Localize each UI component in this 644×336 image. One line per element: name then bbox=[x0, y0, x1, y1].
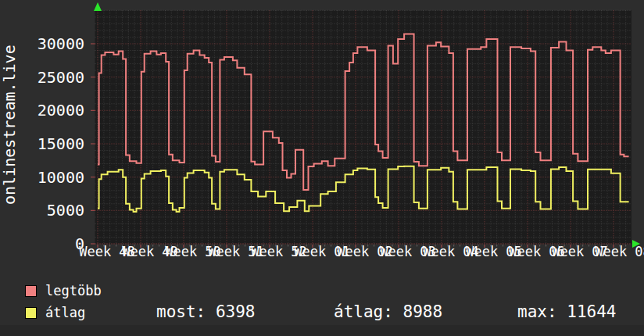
y-tick-label: 30000 bbox=[0, 36, 84, 52]
y-tick-label: 20000 bbox=[0, 102, 84, 118]
y-tick-label: 0 bbox=[0, 236, 84, 252]
y-tick-label: 15000 bbox=[0, 136, 84, 152]
stat-most: most: 6398 bbox=[156, 304, 255, 320]
chart-plot bbox=[0, 0, 644, 270]
legend-swatch-legtobb bbox=[25, 285, 37, 297]
stat-atlag: átlag: 8988 bbox=[334, 304, 442, 320]
stat-max: max: 11644 bbox=[517, 304, 616, 320]
y-axis-arrow-icon bbox=[94, 2, 102, 11]
y-tick-label: 10000 bbox=[0, 170, 84, 185]
y-tick-label: 25000 bbox=[0, 70, 84, 85]
stat-most-value: 6398 bbox=[216, 302, 256, 321]
legend-swatch-atlag bbox=[25, 307, 37, 319]
stat-max-value: 11644 bbox=[567, 302, 616, 321]
legend-label-atlag: átlag bbox=[45, 306, 85, 320]
x-tick-label: Week 08 bbox=[595, 245, 644, 259]
graph-page: onlinestream.live 0500010000150002000025… bbox=[0, 0, 644, 336]
stat-atlag-value: 8988 bbox=[403, 302, 443, 321]
bottom-strip bbox=[0, 325, 644, 336]
y-tick-label: 5000 bbox=[0, 202, 84, 218]
legend-label-legtobb: legtöbb bbox=[45, 284, 102, 298]
